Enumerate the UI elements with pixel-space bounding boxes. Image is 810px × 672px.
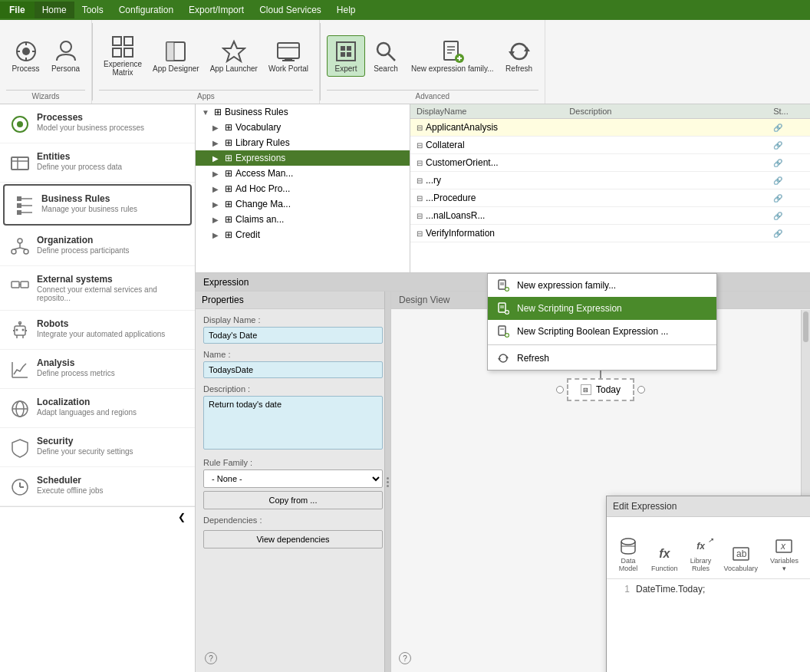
table-row[interactable]: ⊟ CustomerOrient... 🔗 — [410, 154, 810, 172]
menu-file[interactable]: File — [0, 2, 35, 18]
dialog-tool-vocabulary[interactable]: ab Vocabulary — [719, 542, 763, 574]
sidebar-item-robots[interactable]: Robots Integrate your automated applicat… — [0, 311, 195, 350]
sidebar-item-security[interactable]: Security Define your security settings — [0, 428, 195, 467]
dialog-tool-library-rules[interactable]: fx↗ LibraryRules — [686, 534, 716, 574]
sidebar-item-scheduler[interactable]: Scheduler Execute offline jobs — [0, 467, 195, 506]
copy-from-button[interactable]: Copy from ... — [203, 491, 383, 509]
tree-node-icon: ⊞ — [225, 153, 232, 163]
context-menu-item-new-scripting-boolean[interactable]: New Scripting Boolean Expression ... — [488, 320, 716, 343]
menu-export-import[interactable]: Export/Import — [181, 2, 252, 18]
ribbon-search-btn[interactable]: Search — [367, 36, 405, 76]
sidebar-item-localization[interactable]: Localization Adapt languages and regions — [0, 389, 195, 428]
security-title: Security — [37, 436, 133, 446]
properties-header: Properties — [196, 292, 390, 309]
sidebar-item-processes[interactable]: Processes Model your business processes — [0, 104, 195, 143]
sidebar-item-external-systems[interactable]: External systems Connect your external s… — [0, 266, 195, 311]
experience-matrix-label: ExperienceMatrix — [104, 60, 142, 77]
new-scripting-boolean-menu-icon — [496, 324, 511, 339]
apps-group: ExperienceMatrix App Designer App Launch… — [99, 23, 313, 88]
tree-expand-icon: ▶ — [212, 124, 223, 132]
menu-configuration[interactable]: Configuration — [111, 2, 181, 18]
tree-item-change-management[interactable]: ▶ ⊞ Change Ma... — [196, 196, 410, 212]
tree-node-icon: ⊞ — [225, 183, 232, 194]
dialog-tool-select-parameter-value[interactable]: Select ParameterValue — [806, 534, 810, 574]
col-status[interactable]: St... — [773, 107, 804, 116]
sidebar-item-analysis[interactable]: Analysis Define process metrics — [0, 350, 195, 389]
menu-cloud-services[interactable]: Cloud Services — [252, 2, 329, 18]
function-icon: fx — [654, 543, 675, 565]
help-icon[interactable]: ? — [205, 652, 217, 664]
refresh-icon — [507, 39, 532, 64]
svg-rect-8 — [124, 37, 133, 45]
table-row[interactable]: ⊟ ...ry 🔗 — [410, 172, 810, 189]
ribbon-expert-btn[interactable]: Expert — [327, 35, 365, 77]
display-name-input[interactable] — [203, 327, 383, 344]
sidebar-item-business-rules[interactable]: Business Rules Manage your business rule… — [3, 184, 192, 226]
ribbon-work-portal-btn[interactable]: Work Portal — [264, 36, 313, 76]
flow-node-label: Today — [596, 384, 621, 395]
dialog-tool-function[interactable]: fx Function — [647, 542, 683, 574]
ribbon-experience-matrix-btn[interactable]: ExperienceMatrix — [99, 31, 147, 80]
ribbon: Process Persona Wizards ExperienceMatrix — [0, 20, 810, 104]
context-menu-item-new-scripting-expression[interactable]: New Scripting Expression — [488, 297, 716, 320]
col-description[interactable]: Description — [569, 107, 773, 116]
new-expression-family-icon — [440, 39, 465, 64]
dialog-code-area[interactable]: 1 DateTime.Today; — [607, 579, 810, 672]
table-row[interactable]: ⊟ ...Procedure 🔗 — [410, 189, 810, 207]
tree-item-credit[interactable]: ▶ ⊞ Credit — [196, 227, 410, 242]
table-row[interactable]: ⊟ VerifyInformation 🔗 — [410, 225, 810, 242]
tree-item-business-rules[interactable]: ▼ ⊞ Business Rules — [196, 104, 410, 120]
ribbon-process-btn[interactable]: Process — [7, 36, 45, 76]
table-row[interactable]: ⊟ Collateral 🔗 — [410, 137, 810, 154]
svg-rect-20 — [347, 46, 351, 51]
context-menu-item-refresh[interactable]: Refresh — [488, 347, 716, 370]
tree-item-ad-hoc[interactable]: ▶ ⊞ Ad Hoc Pro... — [196, 181, 410, 196]
line-number: 1 — [611, 584, 630, 595]
menu-home[interactable]: Home — [35, 2, 74, 18]
tree-item-claims[interactable]: ▶ ⊞ Claims an... — [196, 212, 410, 227]
svg-rect-40 — [17, 203, 21, 208]
ribbon-app-launcher-btn[interactable]: App Launcher — [206, 36, 262, 76]
menu-help[interactable]: Help — [329, 2, 364, 18]
name-input[interactable] — [203, 361, 383, 378]
flow-today-node[interactable]: ⊟ Today — [567, 378, 634, 401]
external-systems-title: External systems — [37, 274, 186, 285]
col-display-name[interactable]: DisplayName — [417, 107, 569, 116]
dialog-tool-variables[interactable]: x Variables▾ — [766, 534, 803, 574]
design-help-icon[interactable]: ? — [399, 652, 411, 664]
context-menu-item-new-expression-family[interactable]: New expression family... — [488, 274, 716, 297]
analysis-icon — [9, 359, 31, 380]
ribbon-section-apps: ExperienceMatrix App Designer App Launch… — [93, 20, 320, 104]
apps-section-label: Apps — [99, 90, 313, 100]
dialog-tool-data-model[interactable]: DataModel — [613, 534, 644, 574]
flow-connector-left — [556, 386, 564, 394]
menu-tools[interactable]: Tools — [74, 2, 111, 18]
table-row[interactable]: ⊟ ...nalLoansR... 🔗 — [410, 207, 810, 225]
organization-icon — [9, 236, 31, 258]
search-label: Search — [374, 64, 398, 73]
ribbon-refresh-btn[interactable]: Refresh — [500, 36, 538, 76]
tree-node-icon: ⊞ — [225, 229, 232, 240]
description-input[interactable]: Return today's date — [203, 396, 383, 450]
table-row[interactable]: ⊟ ApplicantAnalysis 🔗 — [410, 119, 810, 137]
ribbon-persona-btn[interactable]: Persona — [47, 36, 85, 76]
tree-item-library-rules[interactable]: ▶ ⊞ Library Rules — [196, 135, 410, 150]
tree-expand-icon: ▶ — [212, 154, 223, 163]
tree-item-expressions[interactable]: ▶ ⊞ Expressions — [196, 150, 410, 166]
business-rules-icon — [14, 195, 35, 216]
flow-node-container: ⊟ Today — [567, 378, 634, 401]
sidebar-item-organization[interactable]: Organization Define process participants — [0, 227, 195, 266]
view-dependencies-button[interactable]: View dependencies — [203, 530, 383, 548]
tree-item-access-management[interactable]: ▶ ⊞ Access Man... — [196, 166, 410, 181]
ribbon-new-expression-family-btn[interactable]: New expression family... — [407, 36, 499, 76]
splitter-handle[interactable] — [384, 292, 390, 672]
sidebar-item-entities[interactable]: Entities Define your process data — [0, 143, 195, 183]
tree-node-icon: ⊞ — [225, 168, 232, 179]
rule-family-select[interactable]: - None - — [203, 469, 383, 488]
ribbon-app-designer-btn[interactable]: App Designer — [148, 36, 204, 76]
code-text: DateTime.Today; — [636, 584, 705, 595]
svg-line-49 — [14, 248, 20, 249]
sidebar-collapse-btn[interactable]: ❮ — [0, 506, 195, 527]
tree-item-label: Access Man... — [235, 168, 293, 179]
tree-item-vocabulary[interactable]: ▶ ⊞ Vocabulary — [196, 120, 410, 135]
